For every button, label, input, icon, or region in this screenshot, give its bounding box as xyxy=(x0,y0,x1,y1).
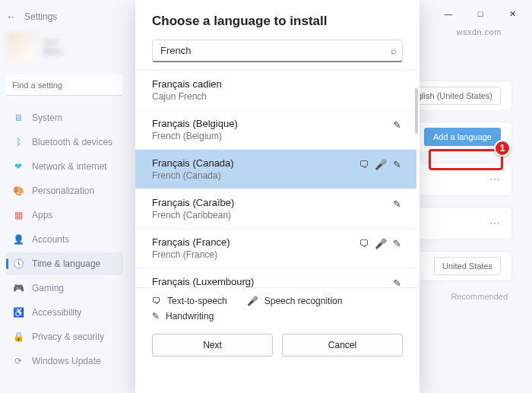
tts-icon: 🗨 xyxy=(359,159,369,170)
hand-icon: ✎ xyxy=(393,119,401,131)
more-icon[interactable]: ⋯ xyxy=(489,217,501,230)
nav-label: Accessibility xyxy=(32,307,81,318)
language-native: Français (Belgique) xyxy=(152,118,400,129)
add-language-button[interactable]: Add a language xyxy=(424,128,501,146)
feature-icons: 🗨🎤✎ xyxy=(359,159,401,170)
language-native: Français cadien xyxy=(152,78,400,90)
sidebar-item-system[interactable]: 🖥System xyxy=(6,106,123,129)
feature-icons: 🗨🎤✎ xyxy=(359,238,401,249)
sidebar: ← Settings User @gm... 🖥SystemᛒBluetooth… xyxy=(0,0,129,393)
sidebar-item-gaming[interactable]: 🎮Gaming xyxy=(6,277,123,300)
more-icon[interactable]: ⋯ xyxy=(489,173,501,185)
feature-icons: ✎ xyxy=(393,198,401,210)
nav-list: 🖥SystemᛒBluetooth & devices❤Network & in… xyxy=(6,106,123,372)
next-button[interactable]: Next xyxy=(152,334,273,357)
language-native: Français (Caraïbe) xyxy=(152,197,400,208)
avatar xyxy=(6,32,36,62)
sidebar-item-windows-update[interactable]: ⟳Windows Update xyxy=(6,350,123,372)
language-option[interactable]: Français (Caraïbe)French (Caribbean)✎ xyxy=(135,189,416,229)
handwriting-icon: ✎ xyxy=(152,311,160,322)
hand-icon: ✎ xyxy=(393,238,401,249)
account-text: User @gm... xyxy=(43,38,67,56)
nav-icon: ⟳ xyxy=(12,355,24,367)
settings-label: Settings xyxy=(24,11,57,22)
nav-label: Gaming xyxy=(32,283,64,293)
feature-legend: 🗨Text-to-speech 🎤Speech recognition ✎Han… xyxy=(135,287,420,326)
nav-label: Apps xyxy=(32,210,52,220)
sidebar-item-accounts[interactable]: 👤Accounts xyxy=(6,228,123,251)
nav-icon: 🖥 xyxy=(12,112,24,124)
hand-icon: ✎ xyxy=(393,159,401,170)
language-english: French (Caribbean) xyxy=(152,210,400,220)
mic-icon: 🎤 xyxy=(247,296,258,306)
callout-1-badge: 1 xyxy=(494,140,511,157)
nav-label: Personalization xyxy=(32,185,94,196)
nav-icon: 🎨 xyxy=(12,185,24,197)
language-option[interactable]: Français (Luxembourg)✎ xyxy=(135,268,416,287)
sidebar-item-network-internet[interactable]: ❤Network & internet xyxy=(6,155,123,178)
account-header[interactable]: User @gm... xyxy=(6,32,123,62)
feature-icons: ✎ xyxy=(393,119,401,131)
find-setting-input[interactable] xyxy=(6,74,123,96)
language-option[interactable]: Français (Canada)French (Canada)🗨🎤✎ xyxy=(135,150,416,189)
speech-label: Speech recognition xyxy=(264,296,343,306)
language-native: Français (Luxembourg) xyxy=(152,276,400,287)
mic-icon: 🎤 xyxy=(375,238,387,249)
nav-icon: 👤 xyxy=(12,233,24,246)
nav-label: Time & language xyxy=(32,258,100,269)
language-english: Cajun French xyxy=(152,91,400,102)
language-list[interactable]: Français cadienCajun FrenchFrançais (Bel… xyxy=(135,70,420,287)
dialog-buttons: Next Cancel xyxy=(135,326,420,369)
tts-label: Text-to-speech xyxy=(167,296,227,306)
nav-icon: 🎮 xyxy=(12,282,24,294)
language-option[interactable]: Français cadienCajun French xyxy=(135,71,416,110)
sidebar-item-accessibility[interactable]: ♿Accessibility xyxy=(6,301,123,324)
nav-icon: ❤ xyxy=(12,160,24,173)
callout-1-box xyxy=(429,149,503,170)
hand-icon: ✎ xyxy=(393,277,401,287)
language-english: French (Belgium) xyxy=(152,131,400,141)
search-icon: ⌕ xyxy=(391,45,397,56)
nav-label: Windows Update xyxy=(32,356,101,366)
nav-icon: ᛒ xyxy=(12,136,24,148)
nav-label: Network & internet xyxy=(32,161,107,172)
language-option[interactable]: Français (Belgique)French (Belgium)✎ xyxy=(135,110,416,150)
nav-icon: 🕓 xyxy=(12,258,24,270)
language-english: French (Canada) xyxy=(152,170,400,181)
cancel-button[interactable]: Cancel xyxy=(282,334,403,357)
sidebar-item-apps[interactable]: ▦Apps xyxy=(6,204,123,227)
language-english: French (France) xyxy=(152,249,400,260)
mic-icon: 🎤 xyxy=(375,159,387,170)
dialog-title: Choose a language to install xyxy=(152,14,403,29)
sidebar-item-personalization[interactable]: 🎨Personalization xyxy=(6,179,123,202)
tts-icon: 🗨 xyxy=(359,238,369,249)
language-option[interactable]: Français (France)French (France)🗨🎤✎ xyxy=(135,229,416,268)
language-search-input[interactable] xyxy=(152,40,403,62)
country-dropdown[interactable]: United States xyxy=(434,257,501,275)
nav-icon: ♿ xyxy=(12,306,24,319)
nav-label: Bluetooth & devices xyxy=(32,137,112,147)
sidebar-item-time-language[interactable]: 🕓Time & language xyxy=(6,252,123,275)
back-row[interactable]: ← Settings xyxy=(6,11,123,23)
hand-icon: ✎ xyxy=(393,198,401,210)
tts-icon: 🗨 xyxy=(152,296,161,306)
nav-label: System xyxy=(32,113,62,123)
install-language-dialog: Choose a language to install ⌕ Français … xyxy=(135,0,420,393)
sidebar-item-privacy-security[interactable]: 🔒Privacy & security xyxy=(6,325,123,348)
back-icon: ← xyxy=(6,11,17,23)
nav-icon: 🔒 xyxy=(12,331,24,343)
feature-icons: ✎ xyxy=(393,277,401,287)
nav-label: Privacy & security xyxy=(32,331,104,342)
settings-window: — □ ✕ wsxdn.com ← Settings User @gm... 🖥… xyxy=(0,0,532,393)
handwriting-label: Handwriting xyxy=(166,311,214,322)
nav-label: Accounts xyxy=(32,234,69,245)
nav-icon: ▦ xyxy=(12,209,24,221)
sidebar-item-bluetooth-devices[interactable]: ᛒBluetooth & devices xyxy=(6,131,123,154)
